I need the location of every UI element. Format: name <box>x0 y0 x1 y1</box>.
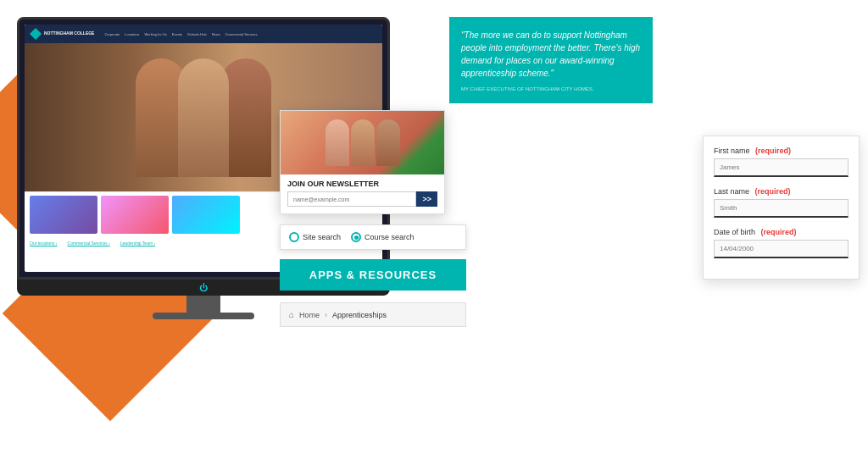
thumb-2 <box>101 196 169 234</box>
power-icon: ⏻ <box>199 283 208 292</box>
quote-panel: "The more we can do to support Nottingha… <box>449 17 653 103</box>
last-name-field: Last name (required) <box>714 187 849 218</box>
breadcrumb-bar: ⌂ Home › Apprenticeships <box>280 302 466 327</box>
search-options-row: Site search Course search <box>289 232 457 242</box>
staff-person-3 <box>376 119 400 166</box>
site-search-option[interactable]: Site search <box>289 232 341 242</box>
course-search-option[interactable]: Course search <box>351 232 415 242</box>
staff-person-2 <box>351 119 375 166</box>
nav-item: Schools Hub <box>187 32 207 36</box>
staff-person-1 <box>326 119 349 166</box>
newsletter-photo-inner <box>281 111 444 174</box>
nav-items: Corporate Locations Working for Us Event… <box>104 32 257 36</box>
first-name-label: First name (required) <box>714 147 849 155</box>
dob-input[interactable] <box>714 240 849 258</box>
site-search-radio[interactable] <box>289 232 299 242</box>
course-search-radio[interactable] <box>351 232 361 242</box>
nav-item: Events <box>172 32 182 36</box>
nav-item: Working for Us <box>144 32 166 36</box>
site-nav: NOTTINGHAM COLLEGE Corporate Locations W… <box>25 25 382 43</box>
newsletter-submit-button[interactable]: >> <box>416 191 437 207</box>
quote-text: "The more we can do to support Nottingha… <box>461 29 641 80</box>
first-name-input[interactable] <box>714 158 849 177</box>
person-2 <box>178 58 229 177</box>
site-logo: NOTTINGHAM COLLEGE <box>30 28 94 40</box>
newsletter-photo <box>281 111 444 174</box>
monitor-base <box>153 313 254 319</box>
nav-item: Corporate <box>104 32 120 36</box>
registration-form-panel: First name (required) Last name (require… <box>703 136 860 280</box>
newsletter-email-input[interactable] <box>287 191 416 207</box>
nav-item: Locations <box>125 32 139 36</box>
quote-author: MY CHIEF EXECUTIVE OF NOTTINGHAM CITY HO… <box>461 86 641 91</box>
last-name-required: (required) <box>755 187 791 196</box>
nav-item: News <box>212 32 220 36</box>
first-name-field: First name (required) <box>714 147 849 177</box>
nav-item: Commercial Services <box>225 32 258 36</box>
monitor-neck <box>186 296 220 313</box>
dob-required: (required) <box>761 228 797 236</box>
thumb-1 <box>30 196 97 234</box>
dob-field: Date of birth (required) <box>714 228 849 258</box>
newsletter-panel: JOIN OUR NEWSLETTER >> <box>280 110 445 214</box>
search-panel: Site search Course search <box>280 224 466 250</box>
site-link-commercial[interactable]: Commercial Services › <box>68 241 110 246</box>
site-link-leadership[interactable]: Leadership Team › <box>120 241 155 246</box>
thumb-3 <box>172 196 240 234</box>
site-search-label: Site search <box>303 233 341 241</box>
home-icon: ⌂ <box>289 310 294 319</box>
last-name-label: Last name (required) <box>714 187 849 196</box>
newsletter-input-row: >> <box>281 191 444 213</box>
breadcrumb-current: Apprenticeships <box>332 311 387 319</box>
breadcrumb-home[interactable]: Home <box>299 311 320 319</box>
site-link-locations[interactable]: Our locations › <box>30 241 58 246</box>
logo-text: NOTTINGHAM COLLEGE <box>44 31 94 36</box>
first-name-required: (required) <box>755 147 791 155</box>
breadcrumb-chevron-icon: › <box>325 311 327 319</box>
dob-label: Date of birth (required) <box>714 228 849 236</box>
logo-icon <box>30 28 42 40</box>
apps-resources-button[interactable]: ApPs & RESOURCES <box>280 259 466 291</box>
course-search-label: Course search <box>364 233 415 241</box>
last-name-input[interactable] <box>714 199 849 218</box>
newsletter-title: JOIN OUR NEWSLETTER <box>281 174 444 191</box>
